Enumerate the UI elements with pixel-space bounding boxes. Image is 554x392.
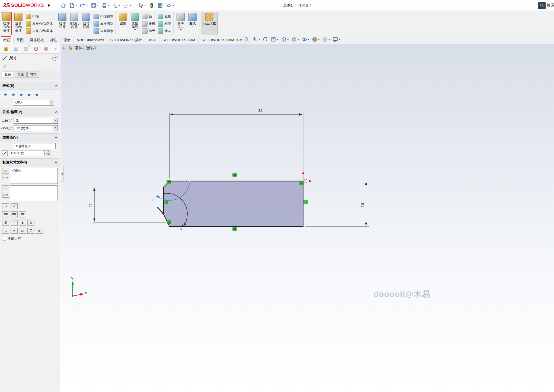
tab-mesh-modeling[interactable]: 网格建模 xyxy=(27,36,47,44)
circle-symbol-button[interactable]: ⊗ xyxy=(27,220,34,226)
select-caret-icon[interactable] xyxy=(144,5,146,7)
rib-button[interactable]: 筋 xyxy=(141,13,156,20)
select-button[interactable] xyxy=(137,2,147,9)
undo-button[interactable] xyxy=(111,2,121,9)
save-caret-icon[interactable] xyxy=(97,5,99,7)
style-load-button[interactable]: ★ xyxy=(34,92,40,98)
collapse-chevron-icon[interactable] xyxy=(55,111,57,114)
insert-symbol-button[interactable]: +x xyxy=(2,203,9,209)
home-button[interactable] xyxy=(59,2,67,9)
open-button[interactable] xyxy=(79,2,89,9)
dimension-text-area-2[interactable] xyxy=(10,185,58,201)
uppercase-checkbox[interactable] xyxy=(3,237,6,240)
linear-pattern-button[interactable]: 线性 阵列 xyxy=(129,12,141,35)
dimension-width-text[interactable]: 44 xyxy=(258,108,262,113)
relation-badge-vertical[interactable] xyxy=(304,200,308,204)
sketch-origin[interactable] xyxy=(302,171,312,182)
tab-features[interactable]: 特征 xyxy=(0,36,14,44)
ok-check-button[interactable]: ✓ xyxy=(3,63,8,70)
instant3d-button[interactable]: Instant3D xyxy=(201,12,218,35)
draft-button[interactable]: 拔模 xyxy=(141,20,156,27)
reference-geometry-button[interactable]: 参考 几... xyxy=(175,12,187,35)
mirror-button[interactable]: 镜向 xyxy=(156,28,172,34)
primary-value-section-header[interactable]: 主要值(V) xyxy=(0,133,60,142)
swept-boss-button[interactable]: 扫描 xyxy=(24,13,54,20)
spinner-down-button[interactable] xyxy=(46,153,50,156)
new-document-button[interactable] xyxy=(68,2,78,9)
dimension-right-text[interactable]: 15 xyxy=(360,203,365,207)
boss-extrude-button[interactable]: 拉伸 凸台/ 基体 xyxy=(1,12,12,35)
align-center-button[interactable] xyxy=(11,211,18,217)
rebuild-button[interactable] xyxy=(148,2,155,9)
tab-mbd[interactable]: MBD xyxy=(145,36,159,44)
new-document-caret-icon[interactable] xyxy=(75,5,77,7)
tab-evaluate[interactable]: 评估 xyxy=(60,36,74,44)
tab-sketch[interactable]: 草图 xyxy=(14,36,27,44)
open-caret-icon[interactable] xyxy=(86,5,88,7)
hole-wizard-button[interactable]: 异型孔 向导 xyxy=(68,12,80,35)
search-button[interactable] xyxy=(538,2,546,9)
depth-symbol-button[interactable]: ↧ xyxy=(27,228,34,234)
fillet-caret-icon[interactable] xyxy=(122,26,124,28)
dimension-left-height[interactable] xyxy=(93,187,165,222)
tolerance-section-header[interactable]: 公差/精度(P) xyxy=(0,108,60,116)
relation-badge-horizontal[interactable] xyxy=(233,173,236,177)
help-icon[interactable]: ? xyxy=(52,56,57,61)
fillet-button[interactable]: 圆角 xyxy=(117,12,129,35)
previous-view-button[interactable] xyxy=(262,37,268,42)
section-view-button[interactable] xyxy=(271,37,278,42)
save-button[interactable] xyxy=(90,2,100,9)
view-settings-caret-icon[interactable] xyxy=(339,39,340,41)
revolved-cut-button[interactable]: 旋转 切除 xyxy=(80,12,92,35)
tolerance-type-dropdown-button[interactable] xyxy=(53,118,57,123)
relation-badge-coincident[interactable] xyxy=(300,181,303,185)
relation-badge-horizontal[interactable] xyxy=(167,180,171,184)
undo-caret-icon[interactable] xyxy=(119,5,120,7)
add-text-icon[interactable]: (XX) xyxy=(2,192,9,198)
part-root-label[interactable]: 零件2 (默认) ... xyxy=(75,46,100,51)
dimension-handle-point[interactable] xyxy=(156,195,158,197)
collapse-chevron-icon[interactable] xyxy=(55,136,57,139)
boundary-boss-button[interactable]: 边界凸台/基体 xyxy=(24,28,54,34)
display-style-caret-icon[interactable] xyxy=(297,39,299,41)
zoom-to-area-button[interactable] xyxy=(252,37,260,42)
style-add-button[interactable]: ★ xyxy=(10,92,17,98)
align-left-button[interactable] xyxy=(2,211,9,217)
edit-appearance-button[interactable] xyxy=(312,37,320,42)
manager-tabs-overflow-icon[interactable]: » xyxy=(55,47,57,51)
appearance-caret-icon[interactable] xyxy=(318,39,320,41)
hide-show-items-button[interactable] xyxy=(302,37,309,42)
print-button[interactable] xyxy=(101,2,110,9)
print-caret-icon[interactable] xyxy=(108,5,110,7)
dimension-text-area[interactable]: <DIM> xyxy=(10,168,58,184)
dimension-left-text[interactable]: 11 xyxy=(88,203,93,207)
leader-angle-button[interactable]: ∠ xyxy=(11,203,18,209)
zoom-to-fit-button[interactable] xyxy=(244,37,250,42)
displaymanager-tab-icon[interactable] xyxy=(43,46,49,52)
redo-button[interactable] xyxy=(122,2,132,9)
diameter-symbol-button[interactable]: Ø xyxy=(2,220,9,226)
add-value-icon[interactable]: (xx) xyxy=(2,185,9,191)
tab-markup[interactable]: 标注 xyxy=(47,36,60,44)
display-style-button[interactable] xyxy=(291,37,299,42)
panel-grip-handle[interactable] xyxy=(28,45,30,47)
add-value-icon[interactable]: (xx) xyxy=(2,168,9,174)
dimension-width[interactable] xyxy=(169,113,303,178)
feature-tree-breadcrumb[interactable]: 零件2 (默认) ... xyxy=(63,46,100,51)
sketch-viewport[interactable]: 44 15 11 135° xyxy=(60,44,554,392)
panel-splitter-handle[interactable] xyxy=(60,166,64,182)
countersink-symbol-button[interactable]: ∨ xyxy=(11,228,18,234)
apply-scene-caret-icon[interactable] xyxy=(328,39,330,41)
tolerance-type-dropdown[interactable]: 无 xyxy=(14,118,58,124)
style-default-button[interactable]: ★ xyxy=(2,92,9,98)
shell-button[interactable]: 抽壳 xyxy=(141,28,156,34)
spinner-up-button[interactable] xyxy=(46,150,50,153)
dimension-right-height[interactable] xyxy=(305,181,369,226)
lofted-boss-button[interactable]: 放样凸台/基体 xyxy=(24,20,54,27)
zoom-caret-icon[interactable] xyxy=(258,39,260,41)
tab-solidworks-cam[interactable]: SOLIDWORKS CAM xyxy=(159,36,198,44)
featuremanager-tab-icon[interactable] xyxy=(3,46,9,52)
subtab-value[interactable]: 数值 xyxy=(2,72,14,78)
graphics-area[interactable]: 44 15 11 135° xyxy=(60,44,554,392)
relation-badge-horizontal[interactable] xyxy=(167,220,171,224)
